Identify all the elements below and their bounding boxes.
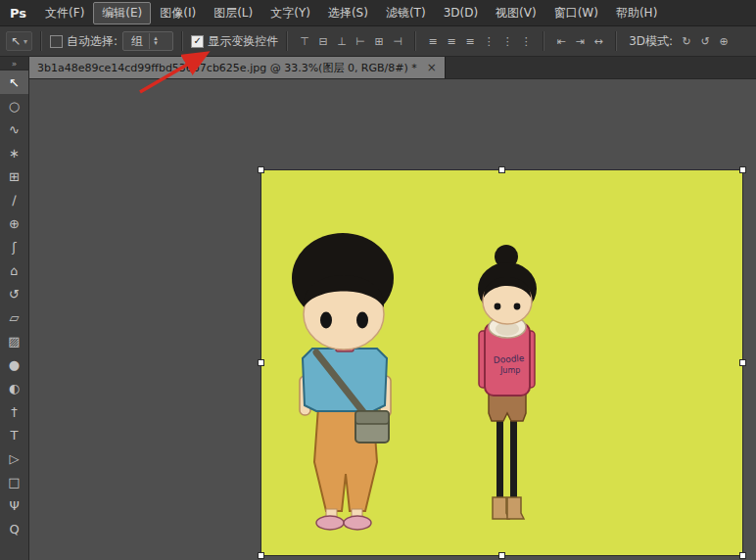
document-tab[interactable]: 3b1a48e89ce14cd99ffbd536b7cb625e.jpg @ 3…	[29, 57, 446, 78]
hand-tool-button[interactable]: Ψ	[0, 493, 28, 517]
auto-select-checkbox[interactable]: 自动选择:	[50, 33, 118, 50]
align-buttons: ⊤ ⊟ ⊥ ⊢ ⊞ ⊣	[296, 31, 406, 51]
transform-handle-bottom-right[interactable]	[739, 552, 746, 559]
canvas-area[interactable]: Doodle Jump	[29, 79, 756, 560]
distribute-center-icon[interactable]: ⋮	[498, 31, 516, 51]
chevron-down-icon: ▾	[24, 37, 27, 46]
path-selection-tool-button[interactable]: ▷	[0, 446, 28, 470]
separator	[286, 31, 288, 51]
3d-roll-icon[interactable]: ↺	[696, 31, 714, 51]
align-middle-icon[interactable]: ⊟	[314, 31, 332, 51]
type-tool-button[interactable]: T	[0, 423, 28, 446]
align-right-icon[interactable]: ⊣	[389, 31, 406, 51]
auto-align-icon[interactable]: ⇤	[552, 31, 570, 51]
app-logo: Ps	[6, 6, 36, 21]
spinner-arrows-icon[interactable]: ▴ ▾	[149, 33, 158, 49]
menu-type[interactable]: 文字(Y)	[261, 2, 319, 24]
spacing-buttons: ⇤ ⇥ ↔	[552, 31, 607, 51]
align-bottom-icon[interactable]: ⊥	[333, 31, 351, 51]
hoodie-text-line2: Jump	[499, 366, 520, 375]
transform-handle-bottom-center[interactable]	[498, 552, 505, 559]
history-brush-tool-button[interactable]: ↺	[0, 282, 28, 305]
healing-brush-tool-button[interactable]: ⊕	[0, 211, 28, 235]
menu-help[interactable]: 帮助(H)	[607, 2, 666, 24]
transform-handle-middle-right[interactable]	[739, 359, 746, 366]
workspace: » ↖ ○ ∿ ∗ ⊞ ∕ ⊕ ʃ ⌂ ↺ ▱ ▨ ● ◐ † T ▷ □ Ψ …	[0, 57, 756, 560]
menu-filter[interactable]: 滤镜(T)	[377, 2, 435, 24]
move-tool-icon: ↖	[11, 34, 21, 48]
transform-handle-top-left[interactable]	[258, 166, 264, 173]
show-transform-checkbox[interactable]: ✓ 显示变换控件	[191, 33, 278, 50]
menu-3d[interactable]: 3D(D)	[435, 3, 487, 23]
transform-handle-top-right[interactable]	[739, 166, 746, 173]
separator	[543, 31, 544, 51]
zoom-tool-button[interactable]: Q	[0, 517, 28, 540]
menu-layer[interactable]: 图层(L)	[205, 2, 261, 24]
auto-select-label: 自动选择:	[67, 33, 118, 50]
girl-character: Doodle Jump	[478, 245, 537, 519]
move-tool-button[interactable]: ↖	[0, 70, 28, 94]
boy-character	[292, 233, 394, 530]
menu-window[interactable]: 窗口(W)	[545, 2, 607, 24]
transform-bounding-box[interactable]: Doodle Jump	[261, 170, 742, 555]
separator	[615, 31, 617, 51]
collapse-panel-icon[interactable]: »	[0, 57, 28, 70]
clone-stamp-tool-button[interactable]: ⌂	[0, 258, 28, 282]
marquee-tool-button[interactable]: ○	[0, 94, 28, 117]
separator	[181, 31, 183, 51]
distribute-buttons: ≡ ≡ ≡ ⋮ ⋮ ⋮	[424, 31, 535, 51]
checkbox-box[interactable]	[50, 35, 63, 48]
lasso-tool-button[interactable]: ∿	[0, 117, 28, 141]
3d-rotate-icon[interactable]: ↻	[678, 31, 695, 51]
distribute-left-icon[interactable]: ⋮	[480, 31, 497, 51]
transform-handle-bottom-left[interactable]	[258, 552, 264, 559]
checkbox-checked[interactable]: ✓	[191, 35, 204, 48]
menu-image[interactable]: 图像(I)	[151, 2, 205, 24]
document-tab-bar: 3b1a48e89ce14cd99ffbd536b7cb625e.jpg @ 3…	[29, 57, 756, 79]
photoshop-window: Ps 文件(F) 编辑(E) 图像(I) 图层(L) 文字(Y) 选择(S) 滤…	[0, 0, 756, 560]
brush-tool-button[interactable]: ʃ	[0, 235, 28, 258]
menu-edit[interactable]: 编辑(E)	[93, 2, 151, 24]
distribute-right-icon[interactable]: ⋮	[517, 31, 535, 51]
eraser-tool-button[interactable]: ▱	[0, 305, 28, 329]
show-transform-label: 显示变换控件	[208, 33, 278, 50]
3d-mode-buttons: ↻ ↺ ⊕	[678, 31, 732, 51]
dodge-tool-button[interactable]: ◐	[0, 376, 28, 399]
tool-preset-picker[interactable]: ↖ ▾	[6, 31, 32, 51]
distribute-middle-icon[interactable]: ≡	[443, 31, 460, 51]
document-area: 3b1a48e89ce14cd99ffbd536b7cb625e.jpg @ 3…	[29, 57, 756, 560]
distribute-spacing-icon[interactable]: ↔	[590, 31, 607, 51]
auto-blend-icon[interactable]: ⇥	[571, 31, 589, 51]
distribute-top-icon[interactable]: ≡	[424, 31, 442, 51]
distribute-bottom-icon[interactable]: ≡	[461, 31, 479, 51]
menu-view[interactable]: 视图(V)	[487, 2, 545, 24]
canvas-illustration: Doodle Jump	[261, 170, 742, 555]
quick-selection-tool-button[interactable]: ∗	[0, 141, 28, 164]
transform-handle-middle-left[interactable]	[258, 359, 264, 366]
3d-mode-label: 3D模式:	[629, 33, 673, 50]
menu-select[interactable]: 选择(S)	[319, 2, 377, 24]
separator	[40, 31, 42, 51]
align-center-icon[interactable]: ⊞	[370, 31, 388, 51]
blur-tool-button[interactable]: ●	[0, 352, 28, 376]
eyedropper-tool-button[interactable]: ∕	[0, 188, 28, 211]
group-select-dropdown[interactable]: 组 ▴ ▾	[122, 31, 173, 51]
document-tab-title: 3b1a48e89ce14cd99ffbd536b7cb625e.jpg @ 3…	[37, 61, 417, 75]
separator	[414, 31, 416, 51]
options-bar: ↖ ▾ 自动选择: 组 ▴ ▾ ✓ 显示变换控件 ⊤ ⊟ ⊥ ⊢	[0, 26, 756, 57]
pen-tool-button[interactable]: †	[0, 399, 28, 423]
group-select-value: 组	[131, 33, 143, 50]
menu-file[interactable]: 文件(F)	[36, 2, 93, 24]
menu-bar: Ps 文件(F) 编辑(E) 图像(I) 图层(L) 文字(Y) 选择(S) 滤…	[0, 0, 756, 26]
3d-drag-icon[interactable]: ⊕	[715, 31, 732, 51]
crop-tool-button[interactable]: ⊞	[0, 164, 28, 188]
transform-handle-top-center[interactable]	[498, 166, 505, 173]
tool-palette: » ↖ ○ ∿ ∗ ⊞ ∕ ⊕ ʃ ⌂ ↺ ▱ ▨ ● ◐ † T ▷ □ Ψ …	[0, 57, 29, 560]
close-icon[interactable]: ×	[427, 61, 437, 74]
align-top-icon[interactable]: ⊤	[296, 31, 313, 51]
shape-tool-button[interactable]: □	[0, 470, 28, 493]
align-left-icon[interactable]: ⊢	[352, 31, 369, 51]
gradient-tool-button[interactable]: ▨	[0, 329, 28, 352]
